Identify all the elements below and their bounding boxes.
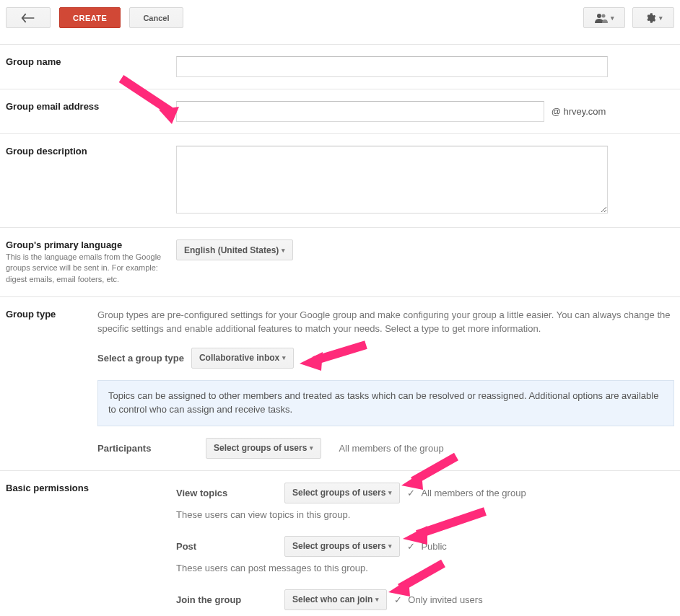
primary-language-value: English (United States) xyxy=(184,245,279,255)
svg-point-0 xyxy=(597,14,601,18)
join-label: Join the group xyxy=(176,594,284,605)
group-type-infobox: Topics can be assigned to other members … xyxy=(97,380,674,426)
view-topics-value: All members of the group xyxy=(421,488,526,498)
chevron-down-icon: ▾ xyxy=(310,444,313,452)
create-button[interactable]: CREATE xyxy=(59,7,121,28)
group-type-value: Collaborative inbox xyxy=(199,353,279,363)
primary-language-select[interactable]: English (United States) ▾ xyxy=(176,239,293,260)
check-icon: ✓ xyxy=(407,541,415,552)
group-type-label: Group type xyxy=(6,309,83,320)
row-group-email: Group email address @ hrvey.com xyxy=(0,89,680,134)
people-icon xyxy=(595,13,608,23)
row-group-type: Group type Group types are pre-configure… xyxy=(0,297,680,470)
view-topics-label: View topics xyxy=(176,488,284,498)
group-description-label: Group description xyxy=(6,146,162,157)
people-button[interactable]: ▾ xyxy=(583,7,625,28)
post-select[interactable]: Select groups of users ▾ xyxy=(284,536,400,557)
group-description-textarea[interactable] xyxy=(176,146,608,214)
cancel-button[interactable]: Cancel xyxy=(129,7,183,28)
join-selector-text: Select who can join xyxy=(292,594,372,604)
post-block: Post Select groups of users ▾ ✓ Public T… xyxy=(176,536,674,573)
post-label: Post xyxy=(176,541,284,552)
group-email-label: Group email address xyxy=(6,101,162,112)
svg-marker-3 xyxy=(300,352,323,371)
check-icon: ✓ xyxy=(407,488,415,498)
view-topics-select[interactable]: Select groups of users ▾ xyxy=(284,483,400,503)
join-value: Only invited users xyxy=(408,594,482,605)
group-name-label: Group name xyxy=(6,56,162,67)
toolbar: CREATE Cancel ▾ ▾ xyxy=(0,0,680,45)
chevron-down-icon: ▾ xyxy=(611,14,614,22)
back-button[interactable] xyxy=(6,7,51,28)
back-arrow-icon xyxy=(21,13,35,23)
row-group-description: Group description xyxy=(0,134,680,228)
settings-button[interactable]: ▾ xyxy=(632,7,674,28)
row-basic-permissions: Basic permissions View topics Select gro… xyxy=(0,471,680,616)
post-value: Public xyxy=(421,541,446,552)
participants-select[interactable]: Select groups of users ▾ xyxy=(206,438,321,459)
join-block: Join the group Select who can join ▾ ✓ O… xyxy=(176,589,674,610)
primary-language-help: This is the language emails from the Goo… xyxy=(6,252,162,285)
check-icon: ✓ xyxy=(394,594,402,605)
participants-value: All members of the group xyxy=(339,443,443,454)
email-domain-suffix: @ hrvey.com xyxy=(552,106,606,117)
group-type-select[interactable]: Collaborative inbox ▾ xyxy=(191,348,294,369)
participants-selector-text: Select groups of users xyxy=(214,443,307,453)
chevron-down-icon: ▾ xyxy=(282,354,286,361)
basic-permissions-label: Basic permissions xyxy=(6,483,162,493)
participants-label: Participants xyxy=(97,443,206,454)
gear-icon xyxy=(645,12,656,24)
chevron-down-icon: ▾ xyxy=(659,14,663,22)
view-topics-help: These users can view topics in this grou… xyxy=(176,509,674,520)
chevron-down-icon: ▾ xyxy=(282,247,285,254)
chevron-down-icon: ▾ xyxy=(375,596,379,603)
post-help: These users can post messages to this gr… xyxy=(176,563,674,573)
annotation-arrow-icon xyxy=(294,339,373,375)
join-select[interactable]: Select who can join ▾ xyxy=(284,589,387,610)
view-topics-selector-text: Select groups of users xyxy=(292,488,385,498)
primary-language-label: Group's primary language xyxy=(6,239,162,250)
chevron-down-icon: ▾ xyxy=(388,542,392,550)
post-selector-text: Select groups of users xyxy=(292,541,385,551)
group-type-description: Group types are pre-configured settings … xyxy=(97,309,674,336)
group-name-input[interactable] xyxy=(176,56,608,77)
chevron-down-icon: ▾ xyxy=(388,489,392,496)
group-email-input[interactable] xyxy=(176,101,544,122)
row-group-name: Group name xyxy=(0,45,680,89)
view-topics-block: View topics Select groups of users ▾ ✓ A… xyxy=(176,483,674,520)
group-type-select-label: Select a group type xyxy=(97,353,184,364)
row-primary-language: Group's primary language This is the lan… xyxy=(0,228,680,297)
svg-point-1 xyxy=(601,14,605,17)
